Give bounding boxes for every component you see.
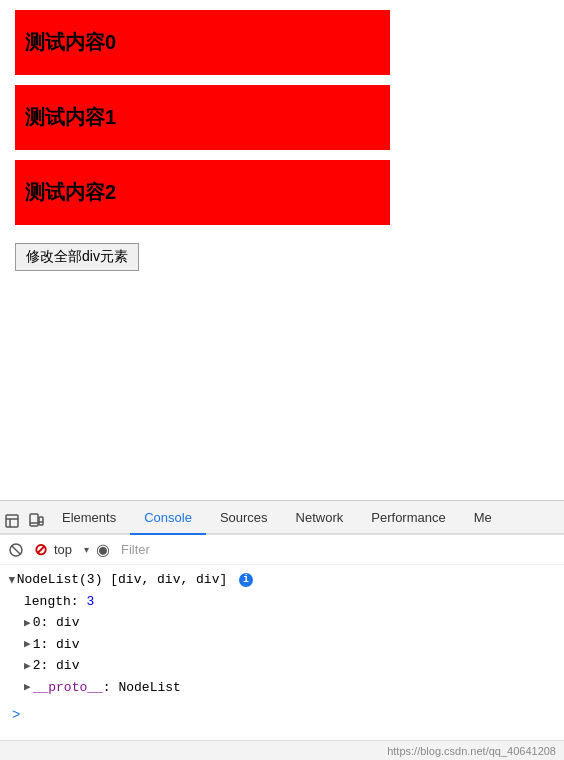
tab-sources[interactable]: Sources [206,501,282,535]
console-prompt-icon: > [8,703,24,728]
item2-label: 2: div [33,656,80,676]
inspect-element-button[interactable] [0,509,24,533]
item0-expand-arrow[interactable]: ▶ [24,615,31,632]
item1-expand-arrow[interactable]: ▶ [24,636,31,653]
context-selector[interactable]: top [54,542,89,557]
console-line-item0: ▶ 0: div [8,612,556,634]
proto-expand-arrow[interactable]: ▶ [24,679,31,696]
tab-network[interactable]: Network [282,501,358,535]
test-div-1-label: 测试内容1 [25,104,116,131]
clear-console-button[interactable] [6,540,26,560]
console-prompt-line[interactable]: > [8,702,556,729]
svg-line-8 [12,546,20,554]
test-div-0-label: 测试内容0 [25,29,116,56]
tab-performance[interactable]: Performance [357,501,459,535]
preserve-log-button[interactable]: ⊘ [30,540,50,560]
status-url: https://blog.csdn.net/qq_40641208 [387,745,556,757]
eye-button[interactable]: ◉ [93,540,113,560]
length-label: length: [24,592,79,612]
test-div-2: 测试内容2 [15,160,390,225]
console-subtoolbar: ⊘ top ▾ ◉ [0,535,564,565]
nodelist-expand-arrow[interactable]: ▶ [3,576,20,583]
console-line-item2: ▶ 2: div [8,655,556,677]
tab-console[interactable]: Console [130,501,206,535]
item0-label: 0: div [33,613,80,633]
test-div-0: 测试内容0 [15,10,390,75]
tab-elements[interactable]: Elements [48,501,130,535]
proto-label: __proto__: NodeList [33,678,181,698]
context-selector-wrap: top ▾ [54,542,89,557]
status-bar: https://blog.csdn.net/qq_40641208 [0,740,564,760]
modify-all-divs-button[interactable]: 修改全部div元素 [15,243,139,271]
console-output: ▶ NodeList(3) [div, div, div] i length: … [0,565,564,740]
item2-expand-arrow[interactable]: ▶ [24,658,31,675]
proto-key: __proto__ [33,680,103,695]
devtools-panel: Elements Console Sources Network Perform… [0,500,564,760]
nodelist-text: NodeList(3) [div, div, div] i [17,570,253,590]
console-line-length: length: 3 [8,591,556,613]
devtools-tabs: Elements Console Sources Network Perform… [0,501,564,535]
test-div-2-label: 测试内容2 [25,179,116,206]
svg-rect-3 [30,514,38,526]
tab-more[interactable]: Me [460,501,506,535]
console-line-proto: ▶ __proto__: NodeList [8,677,556,699]
svg-rect-0 [6,515,18,527]
svg-rect-5 [39,517,43,525]
item1-label: 1: div [33,635,80,655]
console-line-item1: ▶ 1: div [8,634,556,656]
modify-button-label: 修改全部div元素 [26,248,128,264]
console-line-nodelist: ▶ NodeList(3) [div, div, div] i [8,569,556,591]
info-icon[interactable]: i [239,573,253,587]
test-div-1: 测试内容1 [15,85,390,150]
main-page: 测试内容0 测试内容1 测试内容2 修改全部div元素 [0,0,564,500]
length-value: 3 [86,592,94,612]
device-toggle-button[interactable] [24,509,48,533]
filter-input[interactable] [117,540,558,559]
